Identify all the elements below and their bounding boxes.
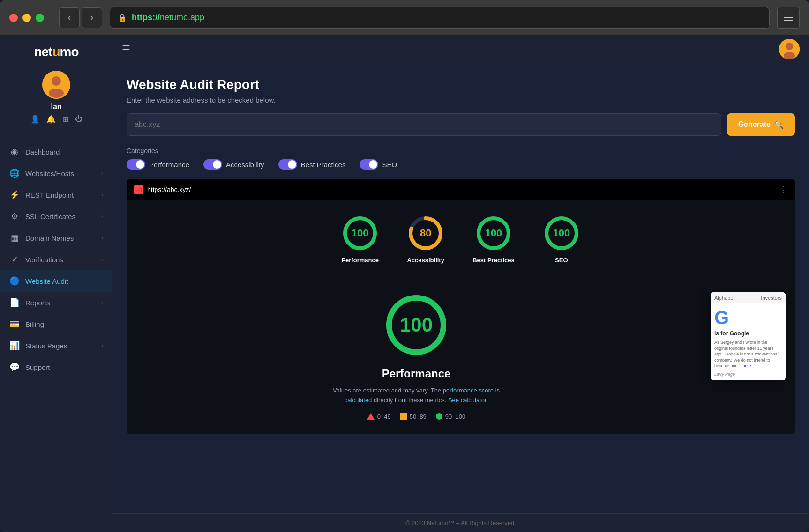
category-best-practices: Best Practices (278, 159, 346, 170)
footer-text: © 2023 Netumo™ – All Rights Reserved. (405, 519, 516, 526)
verifications-icon: ✓ (9, 254, 20, 265)
detail-description: Values are estimated and may vary. The p… (327, 386, 505, 406)
detail-right: Alphabet Investors G is for Google As Se… (711, 292, 786, 420)
maximize-button[interactable] (36, 14, 44, 22)
accessibility-circle: 80 (407, 214, 444, 252)
score-accessibility: 80 Accessibility (407, 214, 444, 264)
favicon: 🟥 (134, 185, 143, 194)
bell-icon[interactable]: 🔔 (46, 115, 56, 124)
sidebar-item-support[interactable]: 💬 Support (0, 356, 112, 378)
power-icon[interactable]: ⏻ (75, 115, 82, 124)
big-performance-circle: 100 (383, 292, 449, 358)
generate-button[interactable]: Generate 🔍 (727, 113, 795, 136)
user-action-icons: 👤 🔔 ⊞ ⏻ (30, 115, 82, 124)
score-seo: 100 SEO (543, 214, 580, 264)
page-title: Website Audit Report (127, 77, 795, 92)
main-area: ☰ Website Audit Report Enter the website… (112, 35, 809, 532)
site-url-text: https://abc.xyz/ (147, 186, 191, 193)
chevron-right-icon: › (101, 299, 103, 306)
categories-label: Categories (127, 147, 795, 155)
sidebar-item-dashboard[interactable]: ◉ Dashboard (0, 141, 112, 163)
sidebar-item-label: Verifications (25, 256, 96, 264)
header-avatar[interactable] (779, 39, 800, 59)
browser-window: ‹ › 🔒 https://netumo.app netumo (0, 0, 809, 532)
screenshot-nav-item: Investors (761, 295, 782, 301)
footer-bar: © 2023 Netumo™ – All Rights Reserved. (112, 513, 809, 532)
svg-point-1 (52, 76, 61, 86)
detail-section: 100 Performance Values are estimated and… (127, 278, 795, 434)
page-subtitle: Enter the website address to be checked … (127, 96, 795, 104)
seo-toggle[interactable] (360, 159, 378, 170)
sidebar-item-billing[interactable]: 💳 Billing (0, 313, 112, 335)
sidebar-item-status[interactable]: 📊 Status Pages › (0, 335, 112, 356)
search-icon: 🔍 (774, 120, 784, 129)
sidebar-item-reports[interactable]: 📄 Reports › (0, 292, 112, 313)
website-screenshot: Alphabet Investors G is for Google As Se… (711, 292, 786, 380)
websites-icon: 🌐 (9, 168, 20, 178)
hamburger-button[interactable]: ☰ (122, 44, 130, 55)
screenshot-site-name: Alphabet (714, 295, 734, 301)
app-container: netumo Ian 👤 🔔 ⊞ ⏻ (0, 35, 809, 532)
accessibility-score: 80 (420, 227, 431, 239)
sidebar-item-verifications[interactable]: ✓ Verifications › (0, 249, 112, 270)
close-button[interactable] (9, 14, 18, 22)
sidebar-item-domain[interactable]: ▦ Domain Names › (0, 227, 112, 249)
sidebar-item-websites[interactable]: 🌐 Websites/Hosts › (0, 163, 112, 184)
performance-toggle[interactable] (127, 159, 145, 170)
title-bar: ‹ › 🔒 https://netumo.app (0, 0, 809, 35)
green-dot-icon (436, 413, 442, 420)
sidebar-item-label: Domain Names (25, 234, 96, 242)
legend-range-orange: 50–89 (410, 413, 427, 420)
url-input[interactable] (127, 113, 721, 136)
user-name: Ian (51, 103, 61, 111)
categories-list: Performance Accessibility Best Practices (127, 159, 795, 170)
audit-site-url: 🟥 https://abc.xyz/ (134, 185, 191, 194)
top-bar: ☰ (112, 35, 809, 63)
ssl-icon: ⚙ (9, 211, 20, 222)
avatar (42, 71, 70, 99)
accessibility-toggle[interactable] (203, 159, 222, 170)
audit-card: 🟥 https://abc.xyz/ ⋮ (127, 179, 795, 434)
browser-menu-button[interactable] (777, 7, 800, 29)
address-bar[interactable]: 🔒 https://netumo.app (110, 7, 770, 29)
sidebar-item-label: Reports (25, 299, 96, 307)
screenshot-title: is for Google (714, 330, 782, 337)
sidebar-item-label: Status Pages (25, 342, 96, 350)
minimize-button[interactable] (22, 14, 31, 22)
sidebar-item-label: Websites/Hosts (25, 170, 96, 177)
screenshot-content: G is for Google As Sergey and I wrote in… (711, 303, 786, 380)
sidebar-item-label: Support (25, 363, 103, 371)
back-button[interactable]: ‹ (59, 7, 80, 28)
audit-input-row: Generate 🔍 (127, 113, 795, 136)
legend-range-red: 0–49 (377, 413, 391, 420)
audit-menu-button[interactable]: ⋮ (779, 185, 787, 195)
sidebar-item-label: Billing (25, 320, 103, 328)
sidebar-item-rest[interactable]: ⚡ REST Endpoint › (0, 184, 112, 206)
google-g-logo: G (714, 307, 782, 328)
score-legend: 0–49 50–89 90–100 (367, 413, 465, 420)
more-link[interactable]: more (742, 363, 751, 368)
sidebar-item-label: SSL Certificates (25, 213, 96, 221)
user-area: Ian 👤 🔔 ⊞ ⏻ (0, 71, 112, 133)
sidebar-item-label: Website Audit (25, 277, 103, 285)
performance-label: Performance (149, 161, 189, 169)
best-practices-toggle[interactable] (278, 159, 297, 170)
lock-icon: 🔒 (118, 13, 127, 22)
accessibility-label: Accessibility (407, 257, 444, 264)
seo-label: SEO (382, 161, 397, 169)
profile-icon[interactable]: 👤 (30, 115, 40, 124)
calculator-link[interactable]: See calculator. (448, 397, 488, 404)
forward-button[interactable]: › (82, 7, 102, 28)
score-performance: 100 Performance (341, 214, 379, 264)
chevron-right-icon: › (101, 192, 103, 198)
reports-icon: 📄 (9, 297, 20, 308)
category-performance: Performance (127, 159, 189, 170)
content-area: Website Audit Report Enter the website a… (112, 63, 809, 513)
generate-label: Generate (738, 120, 771, 129)
org-icon[interactable]: ⊞ (62, 115, 68, 124)
chevron-right-icon: › (101, 213, 103, 220)
sidebar-item-ssl[interactable]: ⚙ SSL Certificates › (0, 206, 112, 227)
sidebar-item-label: REST Endpoint (25, 191, 96, 199)
top-right-actions (779, 39, 800, 59)
sidebar-item-audit[interactable]: 🔵 Website Audit (0, 270, 112, 292)
